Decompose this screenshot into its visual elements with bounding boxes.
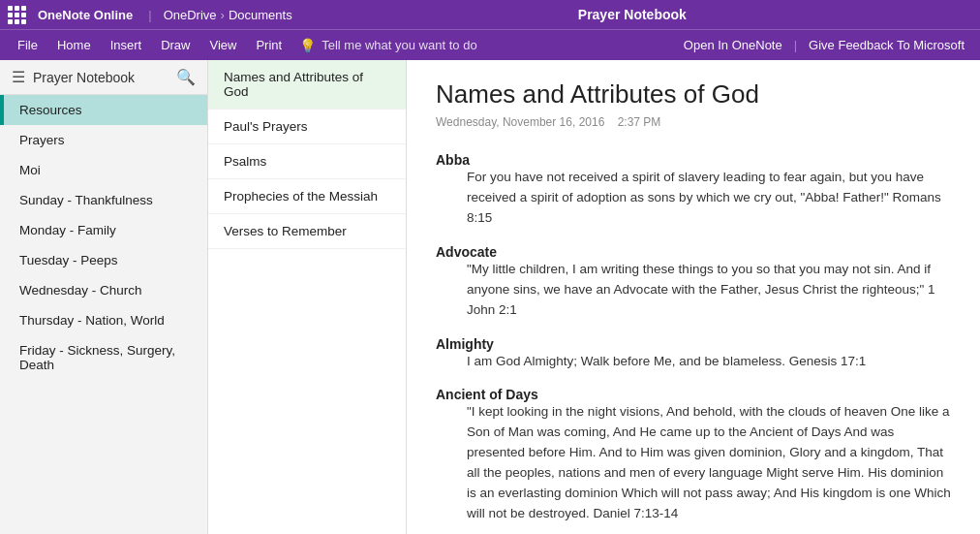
top-bar: OneNote Online | OneDrive › Documents Pr…	[0, 0, 980, 29]
entry-body-ancient: "I kept looking in the night visions, An…	[436, 402, 951, 524]
breadcrumb-sep: ›	[221, 8, 225, 22]
entry-title-advocate: Advocate	[436, 244, 951, 260]
page-title: Names and Attributes of God	[436, 79, 951, 110]
middle-item-psalms[interactable]: Psalms	[208, 144, 406, 179]
content-area: Names and Attributes of God Wednesday, N…	[407, 60, 980, 534]
menu-bar: File Home Insert Draw View Print 💡 Tell …	[0, 29, 980, 60]
middle-item-verses[interactable]: Verses to Remember	[208, 214, 406, 249]
sidebar-item-thursday[interactable]: Thursday - Nation, World	[0, 305, 207, 335]
breadcrumb-root[interactable]: OneDrive	[164, 8, 217, 22]
menu-home[interactable]: Home	[47, 30, 101, 61]
entry-body-advocate: "My little children, I am writing these …	[436, 260, 951, 321]
menu-search-area[interactable]: 💡 Tell me what you want to do	[299, 38, 476, 53]
sidebar-item-tuesday[interactable]: Tuesday - Peeps	[0, 245, 207, 275]
middle-item-names[interactable]: Names and Attributes of God	[208, 60, 406, 110]
app-name: OneNote Online	[38, 8, 133, 22]
sidebar: ☰ Prayer Notebook 🔍 Resources Prayers Mo…	[0, 60, 208, 534]
entry-body-abba: For you have not received a spirit of sl…	[436, 168, 951, 229]
sidebar-item-resources[interactable]: Resources	[0, 95, 207, 125]
menu-links: Open In OneNote | Give Feedback To Micro…	[676, 30, 972, 61]
main-layout: ☰ Prayer Notebook 🔍 Resources Prayers Mo…	[0, 60, 980, 534]
sidebar-item-friday[interactable]: Friday - Sickness, Surgery, Death	[0, 335, 207, 380]
middle-panel: Names and Attributes of God Paul's Praye…	[208, 60, 407, 534]
entry-ancient: Ancient of Days "I kept looking in the n…	[436, 387, 951, 524]
search-label: Tell me what you want to do	[322, 38, 476, 52]
sidebar-search-icon[interactable]: 🔍	[176, 68, 196, 86]
hamburger-icon[interactable]: ☰	[12, 68, 25, 86]
entry-title-ancient: Ancient of Days	[436, 387, 951, 402]
notebook-title: Prayer Notebook	[292, 7, 972, 22]
menu-view[interactable]: View	[200, 30, 247, 61]
lightbulb-icon: 💡	[299, 38, 316, 53]
sidebar-item-wednesday[interactable]: Wednesday - Church	[0, 275, 207, 305]
breadcrumb-child[interactable]: Documents	[229, 8, 292, 22]
menu-draw[interactable]: Draw	[151, 30, 199, 61]
entry-title-abba: Abba	[436, 152, 951, 168]
app-grid-icon[interactable]	[8, 6, 26, 24]
menu-insert[interactable]: Insert	[101, 30, 152, 61]
time-text: 2:37 PM	[618, 115, 661, 129]
breadcrumb: OneDrive › Documents	[164, 8, 292, 22]
topbar-sep: |	[148, 8, 151, 22]
content-date: Wednesday, November 16, 2016 2:37 PM	[436, 115, 951, 129]
middle-item-pauls[interactable]: Paul's Prayers	[208, 110, 406, 144]
sidebar-item-sunday[interactable]: Sunday - Thankfulness	[0, 185, 207, 215]
open-in-onenote-link[interactable]: Open In OneNote	[676, 30, 790, 61]
sidebar-item-prayers[interactable]: Prayers	[0, 125, 207, 155]
entry-title-almighty: Almighty	[436, 336, 951, 352]
entry-abba: Abba For you have not received a spirit …	[436, 152, 951, 229]
sidebar-header: ☰ Prayer Notebook 🔍	[0, 60, 207, 95]
date-text: Wednesday, November 16, 2016	[436, 115, 604, 129]
sidebar-item-monday[interactable]: Monday - Family	[0, 215, 207, 245]
menu-file[interactable]: File	[8, 30, 47, 61]
entry-almighty: Almighty I am God Almighty; Walk before …	[436, 336, 951, 372]
entry-advocate: Advocate "My little children, I am writi…	[436, 244, 951, 321]
sidebar-item-moi[interactable]: Moi	[0, 155, 207, 185]
sidebar-nav: Resources Prayers Moi Sunday - Thankfuln…	[0, 95, 207, 534]
sidebar-title: Prayer Notebook	[33, 70, 168, 85]
entry-body-almighty: I am God Almighty; Walk before Me, and b…	[436, 352, 951, 372]
menu-print[interactable]: Print	[246, 30, 291, 61]
feedback-link[interactable]: Give Feedback To Microsoft	[801, 30, 972, 61]
middle-item-prophecies[interactable]: Prophecies of the Messiah	[208, 179, 406, 214]
